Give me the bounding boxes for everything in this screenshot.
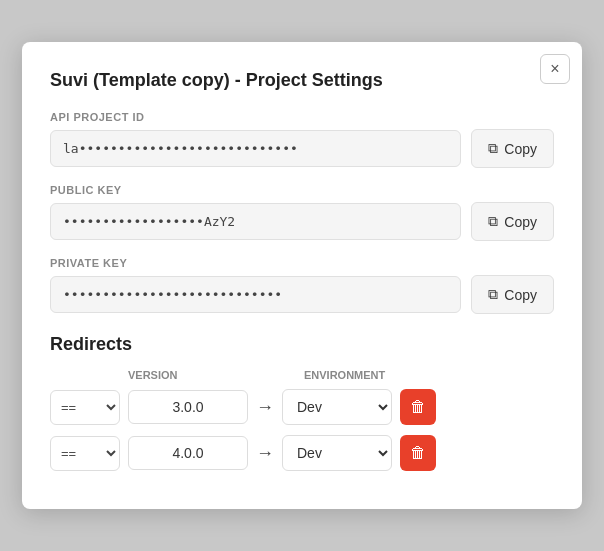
public-key-value: ••••••••••••••••••AzY2 <box>50 203 461 240</box>
public-key-row: ••••••••••••••••••AzY2 ⧉ Copy <box>50 202 554 241</box>
delete-row-1-button[interactable]: 🗑 <box>400 389 436 425</box>
version-column-label: VERSION <box>128 369 256 381</box>
delete-row-2-button[interactable]: 🗑 <box>400 435 436 471</box>
env-select-1[interactable]: Dev Staging Production <box>282 389 392 425</box>
redirects-section: Redirects VERSION ENVIRONMENT == >= <= >… <box>50 334 554 471</box>
copy-private-key-button[interactable]: ⧉ Copy <box>471 275 554 314</box>
version-input-1[interactable] <box>128 390 248 424</box>
api-project-id-value: la•••••••••••••••••••••••••••• <box>50 130 461 167</box>
copy-private-key-label: Copy <box>504 287 537 303</box>
private-key-label: PRIVATE KEY <box>50 257 554 269</box>
redirects-header: VERSION ENVIRONMENT <box>50 369 554 381</box>
copy-public-key-button[interactable]: ⧉ Copy <box>471 202 554 241</box>
redirects-title: Redirects <box>50 334 554 355</box>
copy-icon-3: ⧉ <box>488 286 498 303</box>
arrow-icon-1: → <box>256 397 274 418</box>
public-key-section: PUBLIC KEY ••••••••••••••••••AzY2 ⧉ Copy <box>50 184 554 241</box>
redirect-row-2: == >= <= > < → Dev Staging Production 🗑 <box>50 435 554 471</box>
modal-title: Suvi (Template copy) - Project Settings <box>50 70 554 91</box>
arrow-icon-2: → <box>256 443 274 464</box>
modal: × Suvi (Template copy) - Project Setting… <box>22 42 582 509</box>
api-project-id-section: API PROJECT ID la•••••••••••••••••••••••… <box>50 111 554 168</box>
api-project-id-label: API PROJECT ID <box>50 111 554 123</box>
redirect-row-1: == >= <= > < → Dev Staging Production 🗑 <box>50 389 554 425</box>
version-input-2[interactable] <box>128 436 248 470</box>
copy-api-project-id-label: Copy <box>504 141 537 157</box>
private-key-section: PRIVATE KEY ••••••••••••••••••••••••••••… <box>50 257 554 314</box>
trash-icon-2: 🗑 <box>410 444 426 462</box>
trash-icon-1: 🗑 <box>410 398 426 416</box>
environment-column-label: ENVIRONMENT <box>304 369 424 381</box>
copy-api-project-id-button[interactable]: ⧉ Copy <box>471 129 554 168</box>
api-project-id-row: la•••••••••••••••••••••••••••• ⧉ Copy <box>50 129 554 168</box>
private-key-value: •••••••••••••••••••••••••••• <box>50 276 461 313</box>
env-select-2[interactable]: Dev Staging Production <box>282 435 392 471</box>
copy-icon: ⧉ <box>488 140 498 157</box>
copy-icon-2: ⧉ <box>488 213 498 230</box>
private-key-row: •••••••••••••••••••••••••••• ⧉ Copy <box>50 275 554 314</box>
public-key-label: PUBLIC KEY <box>50 184 554 196</box>
copy-public-key-label: Copy <box>504 214 537 230</box>
modal-backdrop: × Suvi (Template copy) - Project Setting… <box>0 0 604 551</box>
close-button[interactable]: × <box>540 54 570 84</box>
operator-select-1[interactable]: == >= <= > < <box>50 390 120 425</box>
operator-select-2[interactable]: == >= <= > < <box>50 436 120 471</box>
